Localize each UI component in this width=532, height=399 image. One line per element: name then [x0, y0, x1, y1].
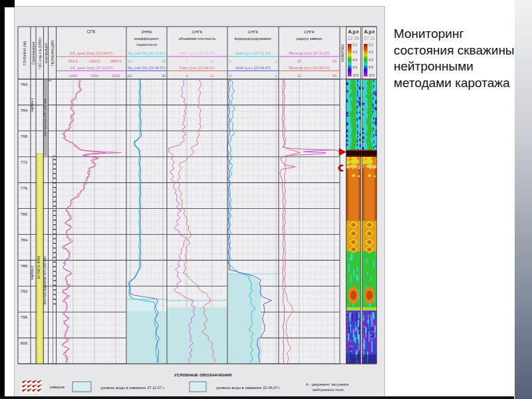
svg-text:20: 20: [297, 74, 301, 78]
svg-text:784: 784: [21, 237, 28, 242]
svg-text:772: 772: [21, 160, 28, 164]
svg-text:УСЛОВНЫЕ ОБОЗНАЧЕНИЯ: УСЛОВНЫЕ ОБОЗНАЧЕНИЯ: [174, 372, 232, 377]
svg-text:коэффициент: коэффициент: [134, 37, 160, 41]
svg-text:6.4: 6.4: [353, 59, 358, 62]
svg-text:Kp_nnk (%) (22.06.07): Kp_nnk (%) (22.06.07): [128, 66, 165, 70]
svg-text:Стратиграфия: Стратиграфия: [31, 41, 35, 65]
svg-text:27.11: 27.11: [364, 36, 375, 41]
svg-text:нейтронного поля.: нейтронного поля.: [313, 388, 344, 392]
svg-text:792: 792: [21, 289, 28, 293]
svg-text:СНГК: СНГК: [248, 29, 259, 34]
svg-text:11: 11: [210, 74, 214, 78]
svg-text:6: 6: [186, 59, 188, 63]
svg-text:8.5: 8.5: [353, 66, 358, 69]
svg-text:788: 788: [21, 263, 28, 268]
svg-text:водородосодержание: водородосодержание: [235, 37, 271, 41]
svg-text:уровень воды в скважине 22.06.: уровень воды в скважине 22.06.07 г.: [216, 386, 281, 390]
svg-text:40: 40: [332, 74, 336, 78]
svg-text:объемная плотность: объемная плотность: [179, 37, 216, 41]
svg-text:ГЛУБИНА (М): ГЛУБИНА (М): [23, 41, 27, 66]
svg-text:А - декремент затухания: А - декремент затухания: [306, 382, 348, 386]
svg-text:drpH (у.е.) (27.11.07): drpH (у.е.) (27.11.07): [235, 51, 271, 55]
svg-text:10.6: 10.6: [353, 74, 359, 77]
svg-text:6.4: 6.4: [369, 59, 374, 62]
svg-text:А,у.е: А,у.е: [364, 29, 374, 35]
svg-text:22.06: 22.06: [348, 36, 360, 41]
svg-text:СНГК: СНГК: [192, 29, 203, 34]
svg-text:776: 776: [21, 186, 28, 190]
svg-text:Fden (у.е) (22.06.07): Fden (у.е) (22.06.07): [180, 66, 215, 70]
svg-text:drpH (у.е.) (22.06.07): drpH (у.е.) (22.06.07): [235, 66, 271, 70]
svg-text:конструкция: конструкция: [44, 43, 48, 63]
svg-text:40: 40: [332, 59, 336, 63]
svg-text:30: 30: [162, 59, 166, 63]
svg-text:1: 1: [275, 74, 277, 78]
svg-text:30: 30: [162, 74, 166, 78]
svg-text:ГИС откр.ств.(1995г): ГИС откр.ств.(1995г): [38, 37, 42, 69]
svg-text:2.1: 2.1: [353, 43, 358, 47]
svg-text:1000: 1000: [69, 74, 77, 78]
svg-text:1354.5: 1354.5: [88, 59, 100, 63]
svg-text:1500: 1500: [90, 74, 98, 78]
svg-text:854.5: 854.5: [68, 59, 78, 63]
svg-text:Эксплуатационная кол.(168 мм): Эксплуатационная кол.(168 мм): [43, 256, 47, 305]
svg-text:каверна: каверна: [50, 385, 65, 389]
svg-text:уровень воды в скважине 27.11.: уровень воды в скважине 27.11.07 г.: [100, 386, 165, 390]
svg-text:2ННК: 2ННК: [142, 29, 152, 34]
svg-text:-10: -10: [126, 59, 132, 63]
svg-text:Rkvsngk (cm) (22.06.07): Rkvsngk (cm) (22.06.07): [289, 66, 329, 70]
svg-text:GK_spek (imp) (22.08.07): GK_spek (imp) (22.08.07): [70, 51, 112, 55]
svg-text:11: 11: [210, 59, 214, 63]
svg-text:0: 0: [229, 74, 231, 78]
svg-text:780: 780: [21, 211, 28, 216]
svg-text:10.6: 10.6: [369, 74, 375, 77]
svg-text:СНГК: СНГК: [304, 29, 315, 34]
svg-text:пористости: пористости: [136, 43, 156, 47]
svg-text:20: 20: [297, 59, 301, 63]
svg-text:768: 768: [21, 134, 28, 138]
svg-text:4.2: 4.2: [369, 51, 374, 54]
svg-text:8.5: 8.5: [369, 66, 374, 69]
svg-text:0: 0: [229, 59, 231, 63]
svg-text:2000: 2000: [112, 74, 120, 78]
svg-text:Кг=50.5-48%: Кг=50.5-48%: [37, 255, 41, 279]
svg-text:ПЕРФОРАЦИЯ: ПЕРФОРАЦИЯ: [51, 41, 55, 66]
svg-text:-10: -10: [126, 74, 132, 78]
svg-text:Rkvsngk (cm) (27.11.07): Rkvsngk (cm) (27.11.07): [289, 51, 330, 55]
svg-text:2.1: 2.1: [369, 43, 374, 47]
svg-text:А,у.е: А,у.е: [348, 29, 358, 35]
svg-text:1854.5: 1854.5: [110, 59, 121, 63]
svg-text:Kp_nnk (%) (27.11.07): Kp_nnk (%) (27.11.07): [128, 51, 166, 55]
svg-text:Эксплуат.кол.+НКТ (114 мм): Эксплуат.кол.+НКТ (114 мм): [43, 98, 47, 137]
svg-text:1: 1: [275, 59, 277, 63]
svg-text:Карбон-2: Карбон-2: [30, 265, 34, 280]
svg-text:796: 796: [21, 315, 28, 319]
svg-text:Fden (у.е.) (27.11.07): Fden (у.е.) (27.11.07): [180, 51, 215, 55]
svg-text:4.2: 4.2: [353, 51, 358, 54]
svg-text:GK_spek (imp) (27.11.07): GK_spek (imp) (27.11.07): [70, 66, 112, 70]
svg-text:КАВЕРНЫ: КАВЕРНЫ: [340, 45, 344, 62]
svg-text:764: 764: [21, 108, 28, 112]
svg-text:800: 800: [21, 340, 28, 345]
svg-text:6: 6: [186, 74, 188, 78]
svg-text:радиус каверн: радиус каверн: [297, 37, 323, 41]
svg-text:СГК: СГК: [87, 29, 96, 34]
svg-text:Карбон-1: Карбон-1: [30, 98, 34, 112]
svg-text:760: 760: [21, 82, 28, 86]
